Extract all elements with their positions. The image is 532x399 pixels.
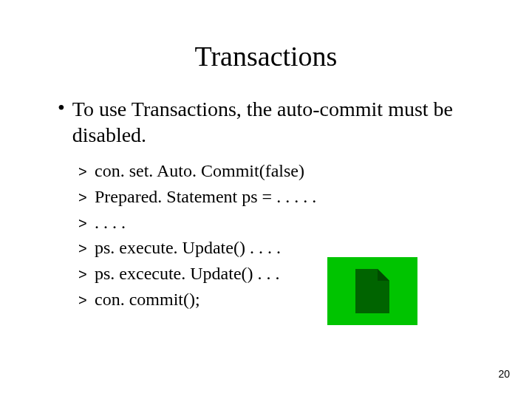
bullet-level-2-text: . . . . xyxy=(95,210,471,236)
svg-marker-0 xyxy=(355,269,389,313)
bullet-level-1-text: To use Transactions, the auto-commit mus… xyxy=(72,96,471,148)
bullet-level-2-text: con. set. Auto. Commit(false) xyxy=(95,158,471,184)
bullet-level-2-text: Prepared. Statement ps = . . . . . xyxy=(95,184,471,210)
chevron-right-icon: > xyxy=(78,290,93,311)
bullet-dot-icon: • xyxy=(58,98,65,118)
chevron-right-icon: > xyxy=(78,161,93,183)
chevron-right-icon: > xyxy=(78,264,93,285)
bullet-level-1: • To use Transactions, the auto-commit m… xyxy=(58,96,471,148)
bullet-level-2: > con. set. Auto. Commit(false) xyxy=(78,158,471,184)
chevron-right-icon: > xyxy=(78,187,93,208)
bullet-level-2: > Prepared. Statement ps = . . . . . xyxy=(78,184,471,210)
document-shortcut[interactable] xyxy=(327,257,417,325)
slide: Transactions • To use Transactions, the … xyxy=(0,0,532,399)
chevron-right-icon: > xyxy=(78,238,93,259)
bullet-level-2: > . . . . xyxy=(78,210,471,236)
slide-number: 20 xyxy=(498,368,510,380)
document-icon xyxy=(355,269,389,313)
svg-marker-1 xyxy=(378,269,389,281)
chevron-right-icon: > xyxy=(78,213,93,234)
slide-title: Transactions xyxy=(0,40,532,72)
